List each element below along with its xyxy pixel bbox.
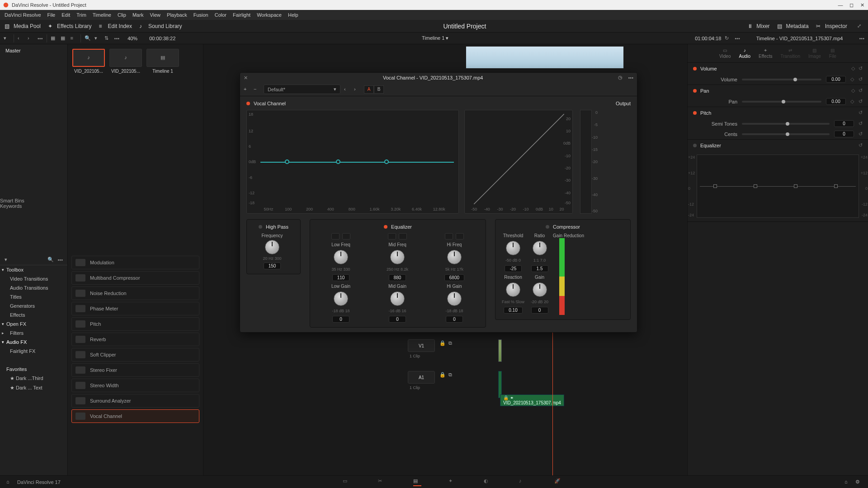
eq-point[interactable] (336, 160, 340, 164)
menu-item[interactable]: File (47, 12, 56, 18)
fx-cat-toolbox[interactable]: ▾Toolbox (0, 265, 67, 274)
filter-icon[interactable]: ▾ (94, 35, 101, 42)
low-shelf-type[interactable] (331, 233, 340, 239)
eq-point[interactable] (384, 160, 389, 164)
minimize-button[interactable]: — (837, 2, 844, 8)
ab-a-button[interactable]: A (364, 85, 374, 94)
inspector-tab-audio[interactable]: ♪Audio (739, 48, 750, 59)
nav-next-icon[interactable]: › (28, 35, 34, 42)
hi-freq-value[interactable]: 6800 (444, 274, 464, 281)
keyframe-icon[interactable]: ◇ (851, 66, 855, 71)
ratio-knob[interactable] (533, 241, 547, 255)
fx-item-vocal-channel[interactable]: Vocal Channel (71, 409, 199, 423)
menu-item[interactable]: View (150, 12, 160, 18)
fx-cat-item[interactable]: Effects (0, 310, 67, 319)
reset-icon[interactable]: ↺ (859, 121, 863, 127)
enable-dot[interactable] (693, 144, 697, 147)
link-icon[interactable]: ⧉ (448, 372, 455, 378)
section-header[interactable]: Volume (700, 66, 717, 71)
highpass-frequency-value[interactable]: 150 (264, 263, 281, 269)
lock-icon[interactable]: 🔒 (439, 340, 446, 347)
search-icon[interactable]: 🔍 (47, 257, 54, 263)
low-bell-type[interactable] (342, 233, 350, 239)
eq-point[interactable] (285, 160, 289, 164)
mid-notch-type[interactable] (399, 233, 407, 239)
cents-slider[interactable] (742, 133, 830, 135)
smart-bin-keywords[interactable]: Keywords (0, 203, 68, 209)
sort-icon[interactable]: ⇅ (104, 35, 111, 42)
fx-item[interactable]: Reverb (71, 333, 199, 346)
fairlight-page-icon[interactable]: ♪ (519, 478, 527, 486)
ratio-value[interactable]: 1.5 (531, 265, 548, 272)
menu-item[interactable]: DaVinci Resolve (5, 12, 41, 18)
reset-icon[interactable]: ↺ (859, 142, 863, 148)
section-header[interactable]: Pitch (700, 110, 711, 116)
hi-bell-type[interactable] (445, 233, 453, 239)
threshold-value[interactable]: -25 (505, 265, 522, 272)
reaction-knob[interactable] (506, 282, 520, 297)
expand-icon[interactable]: ⤢ (857, 23, 863, 29)
inspector-tab-video[interactable]: ▭Video (719, 48, 731, 59)
deliver-page-icon[interactable]: 🚀 (554, 478, 562, 486)
menu-item[interactable]: Mark (132, 12, 143, 18)
next-preset-icon[interactable]: › (354, 86, 360, 93)
eq-curve-graph[interactable]: 18 12 6 0dB -6 -12 -18 50Hz 100 200 400 … (246, 110, 459, 214)
menu-item[interactable]: Trim (76, 12, 86, 18)
makeup-gain-value[interactable]: 0 (531, 307, 548, 314)
effects-library-toggle[interactable]: ✦Effects Library (48, 23, 91, 29)
playhead[interactable] (552, 326, 553, 475)
audio-track-label[interactable]: A1 (408, 371, 435, 384)
keyframe-icon[interactable]: ◇ (850, 76, 854, 82)
remove-preset-icon[interactable]: − (254, 86, 260, 93)
reset-icon[interactable]: ↺ (859, 76, 863, 82)
sound-library-toggle[interactable]: ♪Sound Library (139, 23, 182, 29)
fx-cat-fairlightfx[interactable]: Fairlight FX (0, 347, 67, 356)
list-view-icon[interactable]: ≡ (71, 35, 77, 42)
threshold-knob[interactable] (506, 241, 520, 255)
low-freq-knob[interactable] (334, 250, 348, 264)
fx-item[interactable]: Stereo Fixer (71, 363, 199, 377)
compressor-curve-graph[interactable]: -50 -40 -30 -20 -10 0dB 10 20 20 10 0dB … (464, 110, 573, 214)
fx-item[interactable]: Noise Reduction (71, 286, 199, 300)
search-icon[interactable]: 🔍 (85, 35, 91, 42)
master-bin[interactable]: Master (0, 44, 67, 57)
edit-page-icon[interactable]: ▤ (413, 478, 421, 486)
add-preset-icon[interactable]: + (244, 86, 250, 93)
fx-cat-item[interactable]: Generators (0, 301, 67, 310)
section-header[interactable]: Equalizer (700, 143, 721, 148)
fx-cat-openfx[interactable]: ▾Open FX (0, 319, 67, 328)
close-button[interactable]: ✕ (859, 2, 865, 8)
enable-dot[interactable] (693, 67, 697, 70)
inspector-tab-effects[interactable]: ✦Effects (759, 48, 772, 59)
panel-dropdown-icon[interactable]: ▾ (5, 257, 11, 263)
fx-item[interactable]: Modulation (71, 256, 199, 269)
section-header[interactable]: Pan (700, 88, 709, 94)
hi-freq-knob[interactable] (447, 250, 462, 264)
mid-bell-type[interactable] (388, 233, 396, 239)
lock-icon[interactable]: 🔒 (439, 372, 446, 378)
media-thumb[interactable]: ♪ VID_202105... (72, 49, 105, 74)
volume-slider[interactable] (742, 79, 821, 80)
menu-item[interactable]: Playback (167, 12, 187, 18)
volume-value[interactable]: 0.00 (826, 76, 846, 83)
timeline-dropdown[interactable]: Timeline 1 ▾ (179, 35, 691, 41)
menu-item[interactable]: Edit (61, 12, 70, 18)
reset-icon[interactable]: ↺ (859, 99, 863, 104)
media-thumb[interactable]: ♪ VID_202105... (109, 49, 142, 74)
edit-index-toggle[interactable]: ≡Edit Index (99, 23, 132, 29)
eq-mini-graph[interactable]: +24 +12 0 -12 -24 +24 +12 0 -12 -24 (697, 155, 859, 218)
semitones-value[interactable]: 0 (834, 120, 854, 127)
fx-item[interactable]: Stereo Width (71, 379, 199, 392)
highpass-enable[interactable] (259, 225, 262, 229)
fx-fav-item[interactable]: ★ Dark ... Text (0, 383, 67, 393)
video-clip[interactable] (498, 339, 502, 362)
menu-item[interactable]: Timeline (93, 12, 111, 18)
bypass-dot[interactable] (246, 102, 250, 105)
ab-b-button[interactable]: B (374, 85, 384, 94)
fx-cat-filters[interactable]: ▸Filters (0, 328, 67, 338)
media-thumb[interactable]: ▤ Timeline 1 (146, 49, 179, 74)
fx-cat-audiofx[interactable]: ▾Audio FX (0, 338, 67, 347)
fx-item[interactable]: Phase Meter (71, 302, 199, 315)
mid-freq-value[interactable]: 880 (389, 274, 406, 281)
viewer-zoom[interactable]: 40% (127, 36, 137, 41)
